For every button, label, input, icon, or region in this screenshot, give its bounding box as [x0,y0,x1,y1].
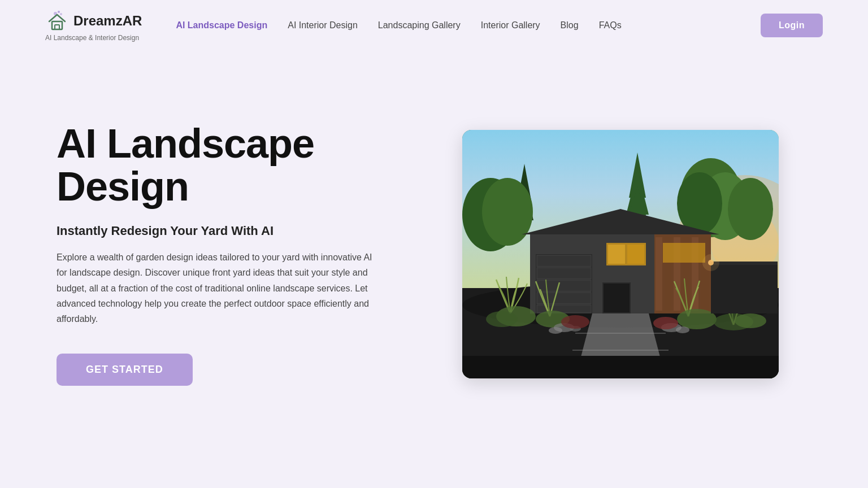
hero-scene-svg [462,130,779,378]
svg-rect-35 [656,237,662,311]
nav-landscaping-gallery[interactable]: Landscaping Gallery [378,20,461,30]
svg-rect-43 [604,284,630,312]
brand-name: DreamzAR [73,13,142,29]
hero-image [462,130,779,378]
hero-title: AI Landscape Design [57,123,384,208]
hero-image-container [429,130,811,378]
nav-links: AI Landscape Design AI Interior Design L… [176,20,761,30]
svg-rect-41 [663,243,705,263]
nav-blog[interactable]: Blog [561,20,579,30]
svg-point-17 [677,172,722,234]
svg-point-59 [561,315,589,329]
nav-interior-gallery[interactable]: Interior Gallery [481,20,540,30]
navbar: DreamzAR AI Landscape & Interior Design … [0,0,868,51]
svg-point-64 [702,254,719,271]
svg-rect-33 [627,245,644,264]
svg-rect-32 [608,245,625,264]
svg-point-20 [482,178,533,246]
hero-section: AI Landscape Design Instantly Redesign Y… [0,51,868,457]
svg-point-1 [58,11,60,13]
login-button[interactable]: Login [761,14,823,37]
svg-rect-61 [711,263,778,313]
hero-subtitle: Instantly Redesign Your Yard With AI [57,224,384,238]
svg-point-53 [735,313,766,328]
brand-subtitle: AI Landscape & Interior Design [45,34,139,42]
nav-faqs[interactable]: FAQs [599,20,622,30]
logo-area[interactable]: DreamzAR AI Landscape & Interior Design [45,9,142,42]
nav-ai-landscape[interactable]: AI Landscape Design [176,20,267,30]
hero-content: AI Landscape Design Instantly Redesign Y… [57,123,384,386]
hero-description: Explore a wealth of garden design ideas … [57,250,373,326]
get-started-button[interactable]: Get Started [57,354,193,386]
svg-rect-62 [711,262,778,265]
svg-rect-28 [537,280,591,291]
svg-point-49 [486,311,518,327]
svg-point-51 [677,309,717,329]
nav-ai-interior[interactable]: AI Interior Design [288,20,358,30]
svg-point-60 [653,317,678,329]
svg-point-55 [549,327,562,334]
svg-point-18 [728,178,773,240]
svg-rect-26 [537,255,591,267]
svg-point-2 [60,13,62,15]
svg-rect-65 [462,356,779,378]
svg-rect-27 [537,268,591,279]
svg-point-58 [676,326,689,333]
logo-icon [45,9,69,33]
